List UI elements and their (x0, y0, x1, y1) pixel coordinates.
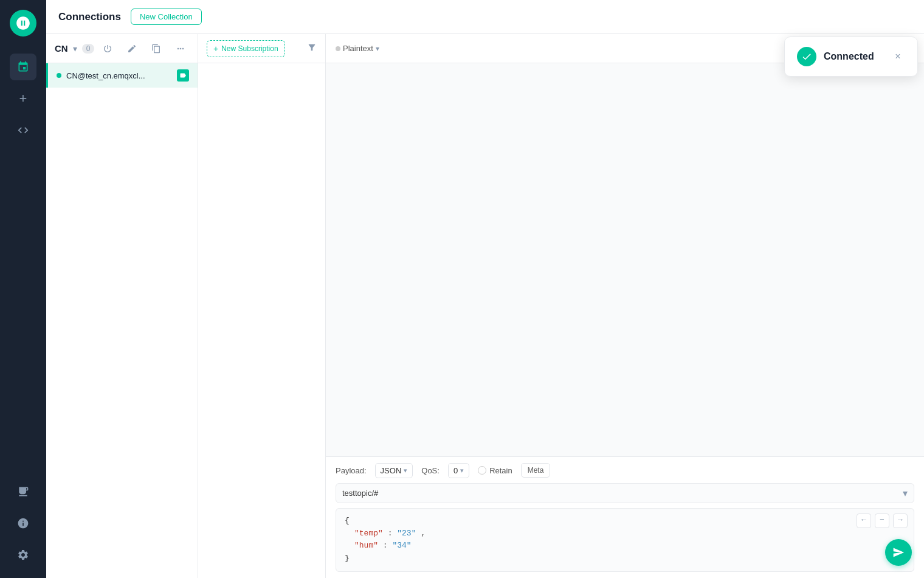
sub-message-layout: + New Subscription Plaintext (198, 34, 924, 578)
publish-bar: Payload: JSON ▾ QoS: 0 ▾ Retain (326, 456, 924, 578)
json-editor[interactable]: { "temp" : "23" , "hum" : (336, 508, 914, 572)
chevron-down-icon: ▾ (73, 44, 77, 54)
message-count-badge: 0 (82, 44, 95, 54)
logo-icon (15, 15, 31, 31)
power-icon (103, 44, 112, 54)
retain-option[interactable]: Retain (478, 466, 512, 475)
sidebar-item-add[interactable]: + (10, 85, 36, 112)
format-label: Plaintext (343, 44, 373, 53)
new-subscription-button[interactable]: + New Subscription (207, 40, 285, 57)
connected-check-icon (797, 47, 816, 66)
topic-input[interactable] (342, 489, 903, 498)
format-select-chevron-icon: ▾ (404, 467, 407, 475)
nav-bar: + (0, 0, 46, 578)
qos-label: QoS: (421, 466, 440, 475)
connection-sidebar: CN ▾ 0 (46, 34, 198, 578)
filter-icon (307, 43, 317, 52)
clear-button[interactable]: − (875, 514, 889, 528)
top-header: Connections New Collection (46, 0, 924, 34)
settings-icon (17, 549, 29, 561)
tab-header-actions (99, 40, 189, 57)
sidebar-item-script[interactable] (10, 117, 36, 144)
message-area: Plaintext ▾ Payload: JSON ▾ QoS: (326, 34, 924, 578)
qos-select-value: 0 (453, 466, 458, 475)
page-title: Connections (58, 11, 121, 23)
subscription-panel: + New Subscription (198, 34, 326, 578)
log-icon (17, 486, 29, 498)
connected-text: Connected (824, 51, 874, 62)
edit-button[interactable] (123, 40, 140, 57)
meta-button[interactable]: Meta (521, 463, 551, 478)
add-icon: + (19, 91, 27, 106)
subscription-header: + New Subscription (198, 34, 325, 63)
send-button[interactable] (885, 539, 912, 566)
connection-tag-icon (177, 69, 189, 82)
connection-tab-header: CN ▾ 0 (46, 34, 198, 63)
sidebar-item-connections[interactable] (10, 54, 36, 80)
json-line-3: "hum" : "34" (345, 540, 905, 552)
new-collection-button[interactable]: New Collection (131, 9, 202, 25)
connections-icon (17, 61, 29, 73)
connection-tab-name: CN (55, 43, 68, 54)
more-button[interactable] (172, 40, 189, 57)
connection-item[interactable]: CN@test_cn.emqxcl... (46, 63, 198, 88)
retain-checkbox[interactable] (478, 466, 486, 475)
connected-popup: Connected × (784, 37, 918, 77)
message-content (326, 63, 924, 456)
more-icon (176, 44, 185, 54)
main-area: Connections New Collection CN ▾ 0 (46, 0, 924, 578)
connection-status-dot (57, 73, 61, 78)
qos-select-chevron-icon: ▾ (460, 467, 464, 475)
format-select[interactable]: JSON ▾ (375, 463, 413, 478)
plus-icon: + (213, 44, 218, 54)
send-icon (892, 546, 905, 559)
subscription-filter-button[interactable] (307, 43, 317, 55)
sidebar-item-info[interactable] (10, 510, 36, 537)
format-select-value: JSON (381, 466, 402, 475)
undo-button[interactable]: ← (857, 514, 871, 528)
copy-button[interactable] (148, 40, 165, 57)
json-line-2: "temp" : "23" , (345, 528, 905, 540)
edit-icon (127, 44, 137, 54)
sidebar-item-log[interactable] (10, 478, 36, 505)
copy-icon (151, 44, 161, 54)
format-status-dot (336, 46, 340, 51)
payload-label: Payload: (336, 466, 367, 475)
script-icon (17, 124, 29, 136)
power-button[interactable] (99, 40, 116, 57)
topic-input-row: ▾ (336, 483, 914, 503)
publish-options: Payload: JSON ▾ QoS: 0 ▾ Retain (336, 463, 914, 478)
connection-name: CN@test_cn.emqxcl... (66, 71, 172, 80)
retain-label: Retain (489, 466, 512, 475)
info-icon (17, 517, 29, 529)
json-line-1: { (345, 515, 905, 528)
content-layout: CN ▾ 0 (46, 34, 924, 578)
format-chevron-icon: ▾ (376, 44, 379, 53)
sidebar-item-settings[interactable] (10, 541, 36, 568)
redo-button[interactable]: → (893, 514, 908, 528)
editor-controls: ← − → (857, 514, 908, 528)
qos-select[interactable]: 0 ▾ (448, 463, 469, 478)
app-logo[interactable] (10, 10, 36, 37)
collapse-button[interactable]: ▾ (903, 487, 908, 499)
connected-close-button[interactable]: × (891, 49, 905, 64)
format-selector[interactable]: Plaintext ▾ (336, 44, 379, 53)
json-line-4: } (345, 552, 905, 565)
